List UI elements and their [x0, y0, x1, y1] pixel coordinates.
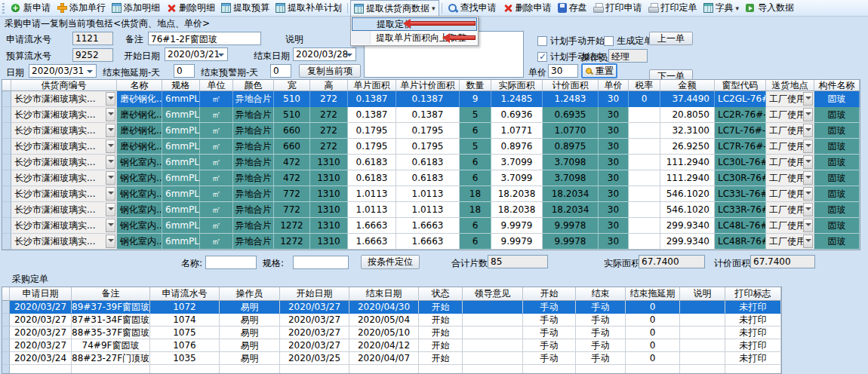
cell-combo[interactable]: 长沙市潇湘玻璃实...: [11, 186, 117, 202]
total-pieces-field[interactable]: 85: [488, 255, 548, 268]
checkbox-plan-manual-start[interactable]: 计划手动开始: [537, 35, 605, 48]
table-row[interactable]: 长沙市潇湘玻璃实...钢化室内...6mmPLE...㎡异地合片47213100…: [2, 170, 860, 186]
cell-combo[interactable]: 工厂使用: [766, 186, 814, 202]
add-detail-button[interactable]: 添加明细: [109, 1, 163, 15]
checkbox-generate-order[interactable]: 生成定单: [604, 35, 653, 48]
cell-combo[interactable]: 工厂使用: [766, 139, 814, 155]
cell-combo[interactable]: 工厂使用: [766, 234, 814, 250]
row-selector[interactable]: [2, 365, 10, 374]
table-row[interactable]: 长沙市潇湘玻璃实...磨砂钢化...6mmPLE...㎡异地合片5102720.…: [2, 107, 860, 123]
print-application-button[interactable]: 打印申请: [590, 1, 645, 15]
unit-price-input[interactable]: 30: [548, 64, 578, 78]
priced-area-field[interactable]: 67.7400: [750, 255, 815, 268]
extract-supplier-data-button[interactable]: 提取供货商数据▾: [350, 0, 439, 16]
table-row[interactable]: 长沙市潇湘玻璃实...钢化室内...6mmPLE...㎡异地合片12721310…: [2, 234, 860, 250]
dropdown-button[interactable]: [803, 124, 813, 137]
table-row[interactable]: 长沙市潇湘玻璃实...钢化室内...6mmPLE...㎡异地合片12721310…: [2, 218, 860, 234]
import-data-button[interactable]: 导入数据: [742, 1, 797, 15]
cell-combo[interactable]: 工厂使用: [766, 202, 814, 218]
dropdown-button[interactable]: [106, 92, 115, 106]
dropdown-button[interactable]: [803, 187, 813, 201]
dropdown-button[interactable]: [803, 171, 813, 185]
cell-combo[interactable]: 工厂使用: [766, 107, 814, 123]
cell-combo[interactable]: 工厂使用: [766, 123, 814, 139]
save-button[interactable]: 存盘: [555, 1, 590, 15]
row-selector[interactable]: [2, 301, 10, 314]
warn-input[interactable]: 0: [270, 64, 291, 78]
row-selector[interactable]: [2, 139, 11, 155]
reset-button[interactable]: 重置: [581, 63, 617, 78]
table-row[interactable]: 长沙市潇湘玻璃实...磨砂钢化...6mmPLE...㎡异地合片5102720.…: [2, 91, 860, 107]
filter-spec-input[interactable]: [293, 256, 349, 269]
delete-application-button[interactable]: 删除申请: [500, 1, 555, 15]
delay-input[interactable]: 0: [174, 64, 195, 78]
cell-combo[interactable]: 长沙市潇湘玻璃实...: [11, 123, 117, 139]
row-selector[interactable]: [2, 202, 11, 218]
dropdown-button[interactable]: [106, 108, 115, 121]
date-combo[interactable]: 2020/03/31: [29, 64, 97, 78]
row-selector[interactable]: [2, 123, 11, 139]
cell-combo[interactable]: 工厂使用: [766, 91, 814, 107]
table-row[interactable]: 长沙市潇湘玻璃实...钢化室内...6mmPLE...㎡异地合片77213101…: [2, 202, 860, 218]
remark-input[interactable]: 76#1-2F窗固玻: [148, 32, 261, 45]
dropdown-button[interactable]: [106, 171, 115, 185]
cell-combo[interactable]: 长沙市潇湘玻璃实...: [11, 202, 117, 218]
end-date-combo[interactable]: 2020/03/28: [293, 48, 356, 61]
table-row[interactable]: 2020/03/2774#9F窗固玻1076易明2020/03/272020/0…: [2, 339, 781, 352]
delete-detail-button[interactable]: 删除明细: [163, 1, 218, 15]
budget-input[interactable]: 9252: [72, 48, 113, 62]
table-row[interactable]: 2020/03/2787#31-34F窗固玻1074易明2020/03/2720…: [2, 314, 781, 326]
row-selector[interactable]: [2, 107, 11, 123]
table-row[interactable]: 长沙市潇湘玻璃实...钢化室内...6mmPLE...㎡异地合片47213100…: [2, 155, 860, 170]
cell-combo[interactable]: 长沙市潇湘玻璃实...: [11, 218, 117, 234]
row-selector[interactable]: [2, 314, 10, 326]
dropdown-button[interactable]: [106, 203, 115, 216]
row-selector[interactable]: [2, 339, 10, 352]
actual-area-field[interactable]: 67.7400: [639, 255, 705, 268]
dropdown-button[interactable]: [803, 203, 813, 216]
dropdown-button[interactable]: [803, 108, 813, 121]
table-row[interactable]: 2020/03/2488#23-27F门顶玻1035易明2020/03/2520…: [2, 352, 781, 365]
row-selector[interactable]: [2, 234, 11, 250]
cell-combo[interactable]: 长沙市潇湘玻璃实...: [11, 91, 117, 107]
dropdown-button[interactable]: [803, 92, 813, 106]
dropdown-button[interactable]: [803, 219, 813, 232]
new-application-button[interactable]: 新申请: [8, 1, 54, 15]
table-row[interactable]: 长沙市潇湘玻璃实...磨砂钢化...6mmPLE...㎡异地合片6602720.…: [2, 139, 860, 155]
cell-combo[interactable]: 长沙市潇湘玻璃实...: [11, 234, 117, 250]
row-selector[interactable]: [2, 170, 11, 186]
row-selector[interactable]: [2, 186, 11, 202]
extract-supplement-plan-button[interactable]: 提取补单计划: [272, 1, 345, 15]
copy-current-button[interactable]: 复制当前项: [299, 64, 361, 78]
dropdown-button[interactable]: [803, 139, 813, 153]
dropdown-button[interactable]: [106, 235, 115, 248]
dropdown-button[interactable]: [803, 235, 813, 248]
cell-combo[interactable]: 工厂使用: [766, 218, 814, 234]
cell-combo[interactable]: 长沙市潇湘玻璃实...: [11, 107, 117, 123]
dropdown-button[interactable]: [803, 155, 813, 169]
row-selector[interactable]: [2, 155, 11, 170]
dictionary-button[interactable]: 字典▾: [700, 1, 743, 15]
cell-combo[interactable]: 工厂使用: [766, 155, 814, 170]
table-row[interactable]: 长沙市潇湘玻璃实...磨砂钢化...6mmPLE...㎡异地合片6602720.…: [2, 123, 860, 139]
print-order-button[interactable]: 打印定单: [645, 1, 700, 15]
row-selector[interactable]: [2, 326, 10, 339]
table-row[interactable]: 2020/03/2788#35-37F窗固玻1075易明2020/03/2720…: [2, 326, 781, 339]
extract-budget-button[interactable]: 提取预算: [218, 1, 272, 15]
cell-combo[interactable]: 长沙市潇湘玻璃实...: [11, 170, 117, 186]
find-application-button[interactable]: 查找申请: [445, 1, 500, 15]
row-selector[interactable]: [2, 91, 11, 107]
add-single-row-button[interactable]: 添加单行: [54, 1, 109, 15]
row-selector[interactable]: [2, 352, 10, 365]
operator-input[interactable]: 经理: [608, 49, 648, 63]
dropdown-button[interactable]: [106, 139, 115, 153]
locate-by-condition-button[interactable]: 按条件定位: [361, 255, 420, 269]
serial-input[interactable]: 1121: [72, 32, 113, 45]
cell-combo[interactable]: 长沙市潇湘玻璃实...: [11, 155, 117, 170]
cell-combo[interactable]: 长沙市潇湘玻璃实...: [11, 139, 117, 155]
dropdown-button[interactable]: [106, 219, 115, 232]
filter-name-input[interactable]: [205, 256, 257, 269]
dropdown-button[interactable]: [106, 155, 115, 169]
dropdown-button[interactable]: [106, 187, 115, 201]
row-selector[interactable]: [2, 218, 11, 234]
